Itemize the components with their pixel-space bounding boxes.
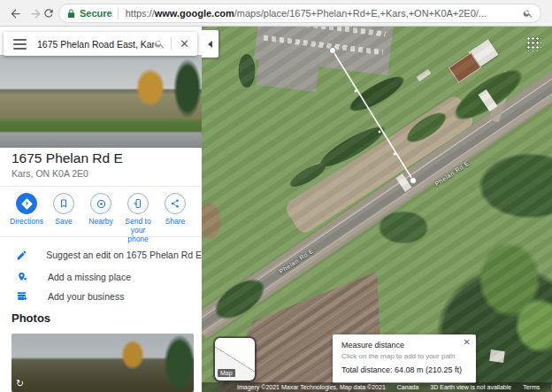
place-address: Kars, ON K0A 2E0	[12, 168, 88, 179]
search-input[interactable]	[37, 39, 154, 50]
pencil-icon	[16, 250, 27, 261]
share-icon	[170, 198, 180, 209]
map-view-toggle[interactable]: Map	[215, 338, 255, 380]
divider	[0, 186, 202, 187]
add-business-link[interactable]: Add your business	[0, 286, 202, 307]
chevron-left-icon	[208, 41, 212, 48]
close-icon[interactable]: ✕	[464, 337, 471, 347]
send-to-phone-icon	[133, 198, 143, 209]
place-panel: ✕ 1675 Phelan Rd E Kars, ON K0A 2E0 Dire…	[0, 27, 202, 392]
measure-total: Total distance: 64.08 m (210.25 ft)	[341, 365, 467, 374]
refresh-button[interactable]	[41, 5, 57, 21]
apps-grid-icon[interactable]	[525, 35, 541, 51]
menu-icon[interactable]	[13, 39, 27, 50]
imagery-credit: Imagery ©2021 Maxar Technologies, Map da…	[237, 384, 386, 390]
back-arrow-icon	[9, 7, 22, 20]
add-missing-place-link[interactable]: Add a missing place	[0, 266, 202, 288]
autumn-tree	[118, 335, 148, 374]
directions-icon	[21, 198, 33, 210]
lock-icon[interactable]	[66, 9, 76, 19]
divider	[0, 236, 202, 237]
photos-heading: Photos	[12, 311, 50, 325]
refresh-icon	[42, 7, 55, 19]
photo-thumbnail[interactable]: ↻	[12, 334, 194, 392]
photo-360-icon: ↻	[16, 378, 24, 389]
secure-label: Secure	[80, 8, 112, 19]
bookmark-icon	[58, 198, 69, 209]
street-view-thumbnail[interactable]	[0, 55, 202, 148]
clear-search-icon[interactable]: ✕	[177, 38, 192, 50]
country-label[interactable]: Canada	[397, 384, 419, 390]
omnibox-search-icon[interactable]	[523, 8, 533, 19]
measure-distance-panel: ✕ Measure distance Click on the map to a…	[333, 334, 476, 383]
browser-toolbar: Secure https://www.google.com/maps/place…	[0, 0, 552, 27]
nearby-icon	[96, 198, 107, 210]
omnibox-divider	[118, 7, 119, 19]
conifer-tree	[160, 334, 194, 392]
earth-view-notice: 3D Earth view is not available	[430, 384, 511, 390]
search-box[interactable]: ✕	[4, 32, 197, 56]
autumn-tree	[131, 62, 170, 113]
browser-window: Secure https://www.google.com/maps/place…	[0, 0, 552, 392]
search-divider	[171, 37, 172, 50]
address-bar[interactable]: Secure https://www.google.com/maps/place…	[58, 4, 541, 23]
measure-title: Measure distance	[341, 341, 467, 350]
suggest-edit-link[interactable]: Suggest an edit on 1675 Phelan Rd E	[0, 244, 202, 265]
search-icon[interactable]	[154, 38, 165, 50]
map-attribution-bar: Imagery ©2021 Maxar Technologies, Map da…	[202, 382, 552, 392]
terms-link[interactable]: Terms	[523, 384, 540, 390]
collapse-panel-button[interactable]	[202, 30, 218, 58]
satellite-map[interactable]: Phelan Rd E Phelan Rd E Map ✕ Measure di…	[202, 27, 552, 392]
url-text: https://www.google.com/maps/place/1675+P…	[126, 8, 523, 19]
conifer-tree	[170, 55, 202, 126]
map-toggle-label: Map	[218, 369, 235, 377]
place-title: 1675 Phelan Rd E	[12, 150, 123, 166]
add-place-pin-icon	[17, 272, 28, 283]
back-button[interactable]	[7, 5, 23, 21]
measure-hint: Click on the map to add to your path	[341, 352, 467, 360]
storefront-icon	[16, 290, 28, 303]
